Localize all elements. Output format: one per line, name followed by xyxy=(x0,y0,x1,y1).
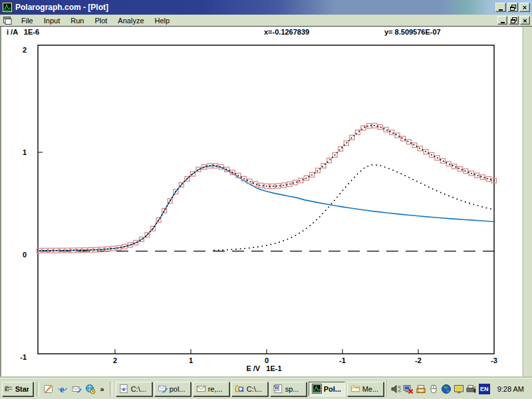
desk-pen-icon xyxy=(43,384,54,394)
mdi-close-icon: × xyxy=(523,17,527,24)
volume-icon[interactable] xyxy=(390,384,401,394)
y-axis-title: i /A 1E-6 xyxy=(7,28,39,36)
task-button-2[interactable]: pol... xyxy=(154,382,191,396)
cursor-y-readout: y= 8.509576E-07 xyxy=(384,28,441,36)
start-label: Start xyxy=(15,385,29,393)
taskbar-separator xyxy=(110,382,112,396)
folder-icon xyxy=(350,384,360,394)
task-button-4[interactable]: C:\... xyxy=(231,382,268,396)
title-bar: Polarograph.com - [Plot] × xyxy=(0,0,532,15)
data-point-marker xyxy=(464,169,468,174)
data-point-marker xyxy=(390,130,394,135)
restore-icon xyxy=(510,5,516,11)
menu-file[interactable]: File xyxy=(16,16,39,25)
display-settings-icon[interactable] xyxy=(454,384,464,394)
network-disconnected-icon[interactable] xyxy=(403,384,414,394)
data-point-marker xyxy=(475,173,479,178)
svg-text:e: e xyxy=(59,384,63,394)
globe-clock-icon xyxy=(85,384,96,394)
task-label: Me... xyxy=(362,385,378,393)
ie-icon: e xyxy=(57,384,68,394)
task-button-5[interactable]: W sp... xyxy=(270,382,307,396)
axes: 210-1-2-3210-1 xyxy=(20,45,497,364)
windows-logo-icon xyxy=(5,384,13,394)
data-point-marker xyxy=(412,143,417,148)
menu-run[interactable]: Run xyxy=(65,16,89,25)
mdi-restore-icon xyxy=(511,17,517,23)
quicklaunch-overflow-chevron[interactable]: » xyxy=(98,385,106,393)
y-tick-label: 0 xyxy=(23,251,27,259)
y-tick-label: -1 xyxy=(20,353,27,361)
taskbar-clock[interactable]: 9:28 AM xyxy=(492,385,527,393)
internet-globe-icon[interactable] xyxy=(441,384,452,394)
close-button[interactable]: × xyxy=(519,3,530,12)
task-button-6-active[interactable]: Pol... xyxy=(309,382,345,396)
data-point-marker xyxy=(401,136,406,141)
y-tick-label: 1 xyxy=(23,148,27,156)
svg-text:e: e xyxy=(122,386,125,392)
taskbar-separator xyxy=(37,382,39,396)
data-point-marker xyxy=(418,146,422,151)
mouse-icon[interactable] xyxy=(428,384,439,394)
x-tick-label: 1 xyxy=(189,356,193,364)
taskbar: Start e xyxy=(0,378,532,399)
task-label: Pol... xyxy=(324,385,341,393)
task-label: C:\... xyxy=(131,385,146,393)
task-button-3[interactable]: re,... xyxy=(193,382,229,396)
word-document-icon: W xyxy=(273,384,283,394)
print-spooler-icon[interactable] xyxy=(466,384,477,394)
outlook-express-icon xyxy=(158,384,168,394)
menu-help[interactable]: Help xyxy=(150,16,176,25)
x-tick-label: 0 xyxy=(265,356,269,364)
task-label: pol... xyxy=(170,385,186,393)
minimize-button[interactable] xyxy=(495,3,506,12)
plot-area[interactable]: 210-1-2-3210-1 xyxy=(0,27,532,378)
task-label: C:\... xyxy=(247,385,262,393)
outlook-express-icon xyxy=(71,384,82,394)
mdi-child-window-icon[interactable] xyxy=(3,16,12,25)
start-button[interactable]: Start xyxy=(2,382,33,396)
language-indicator[interactable]: EN xyxy=(479,384,490,394)
outlook-express-shortcut[interactable] xyxy=(70,383,82,395)
system-tray: EN 9:28 AM xyxy=(386,380,530,398)
show-desktop-shortcut[interactable] xyxy=(43,383,55,395)
y-tick-label: 2 xyxy=(23,46,27,54)
series-component-1-fit xyxy=(39,166,494,251)
menu-input[interactable]: Input xyxy=(39,16,65,25)
polarograph-icon xyxy=(312,384,322,394)
mdi-close-button[interactable]: × xyxy=(520,16,530,25)
svg-text:W: W xyxy=(274,385,279,391)
data-point-marker xyxy=(384,127,388,132)
ie-document-icon: e xyxy=(119,384,129,394)
series-measured-total xyxy=(37,123,497,253)
task-button-7[interactable]: Me... xyxy=(347,382,384,396)
search-folder-icon xyxy=(235,384,245,394)
x-tick-label: 2 xyxy=(113,356,117,364)
removable-device-icon[interactable] xyxy=(416,384,426,394)
restore-button[interactable] xyxy=(507,3,518,12)
series-component-2-fit xyxy=(213,165,494,251)
menu-bar: File Input Run Plot Analyze Help × xyxy=(0,15,532,27)
polarograph-app-icon[interactable] xyxy=(2,2,13,13)
x-axis-title: E /V 1E-1 xyxy=(217,364,311,372)
cursor-x-readout: x=-0.1267839 xyxy=(264,28,309,36)
data-point-marker xyxy=(446,162,451,166)
window-title: Polarograph.com - [Plot] xyxy=(15,3,494,12)
menu-analyze[interactable]: Analyze xyxy=(112,16,149,25)
internet-explorer-shortcut[interactable]: e xyxy=(57,383,68,395)
mdi-restore-button[interactable] xyxy=(509,16,519,25)
desktop-screen: Polarograph.com - [Plot] × File Input Ru… xyxy=(0,0,532,399)
x-tick-label: -1 xyxy=(339,356,346,364)
task-label: re,... xyxy=(208,385,223,393)
mdi-minimize-button[interactable] xyxy=(497,16,507,25)
data-point-marker xyxy=(486,177,491,182)
connect-internet-shortcut[interactable] xyxy=(84,383,96,395)
menu-plot[interactable]: Plot xyxy=(89,16,112,25)
close-icon: × xyxy=(523,4,527,11)
minimize-icon xyxy=(499,9,503,11)
mdi-minimize-icon xyxy=(501,22,505,23)
mail-message-icon xyxy=(196,384,206,394)
data-point-marker xyxy=(441,159,446,164)
data-point-marker xyxy=(287,182,292,187)
task-button-1[interactable]: e C:\... xyxy=(116,382,152,396)
